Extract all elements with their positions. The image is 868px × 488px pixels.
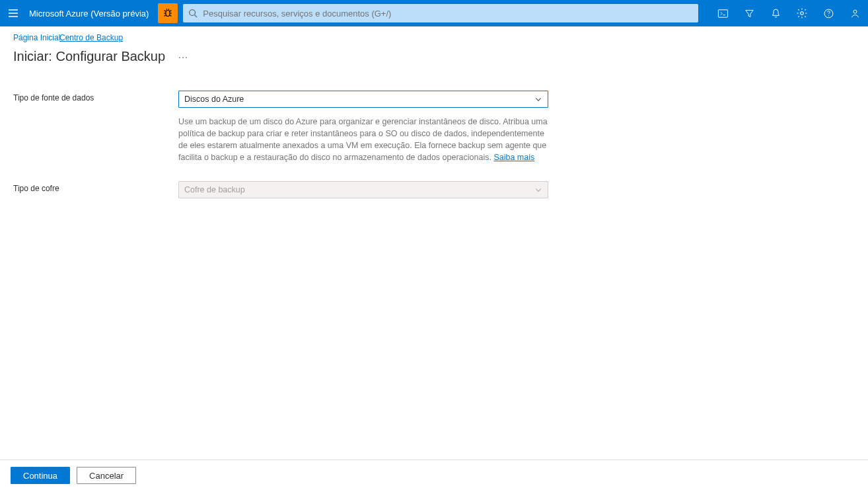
top-icon-group [709, 0, 868, 26]
brand-label: Microsoft Azure (Versão prévia) [26, 9, 158, 19]
vault-type-value: Cofre de backup [184, 185, 245, 194]
more-actions-button[interactable]: ··· [178, 52, 188, 62]
search-icon [188, 9, 198, 18]
datasource-type-select[interactable]: Discos do Azure [178, 91, 548, 108]
bell-icon [770, 8, 781, 19]
learn-more-link[interactable]: Saiba mais [493, 153, 534, 162]
chevron-down-icon [534, 95, 542, 103]
search-input[interactable] [198, 9, 693, 19]
notifications-button[interactable] [762, 0, 789, 26]
hamburger-menu-button[interactable] [0, 8, 26, 19]
continue-button[interactable]: Continua [11, 467, 70, 484]
gear-icon [796, 7, 808, 19]
help-icon [823, 8, 834, 19]
preview-bug-button[interactable] [158, 3, 178, 23]
datasource-description: Use um backup de um disco do Azure para … [178, 116, 548, 164]
page-body: Página Inicial 〉 Centro de Backup Inicia… [0, 26, 868, 460]
page-footer: Continua Cancelar [0, 460, 868, 488]
svg-rect-1 [718, 9, 727, 17]
vault-type-label: Tipo de cofre [13, 181, 178, 193]
filter-icon [744, 8, 755, 19]
breadcrumb-center-link[interactable]: Centro de Backup [59, 33, 123, 42]
hamburger-icon [8, 8, 18, 19]
breadcrumb-home-link[interactable]: Página Inicial [13, 33, 60, 42]
datasource-type-value: Discos do Azure [184, 95, 244, 104]
cancel-button[interactable]: Cancelar [77, 467, 136, 484]
datasource-description-text: Use um backup de um disco do Azure para … [178, 117, 548, 162]
cloud-shell-icon [717, 8, 729, 19]
bug-icon [162, 7, 174, 19]
directory-filter-button[interactable] [736, 0, 762, 26]
chevron-down-icon [534, 186, 542, 194]
datasource-type-label: Tipo de fonte de dados [13, 91, 178, 102]
vault-type-select: Cofre de backup [178, 181, 548, 198]
breadcrumb: Página Inicial 〉 [13, 33, 855, 42]
page-title-text: Iniciar: Configurar Backup [13, 49, 165, 64]
page-title: Iniciar: Configurar Backup ··· [13, 49, 855, 64]
help-button[interactable] [815, 0, 842, 26]
person-icon [850, 8, 861, 19]
top-nav-bar: Microsoft Azure (Versão prévia) [0, 0, 868, 26]
svg-point-0 [190, 10, 196, 16]
global-search[interactable] [183, 4, 698, 22]
feedback-button[interactable] [842, 0, 868, 26]
svg-point-5 [853, 10, 857, 13]
cloud-shell-button[interactable] [709, 0, 736, 26]
svg-point-2 [801, 12, 804, 15]
settings-button[interactable] [789, 0, 815, 26]
configure-backup-form: Tipo de fonte de dados Discos do Azure U… [13, 91, 855, 198]
svg-point-4 [828, 15, 828, 16]
